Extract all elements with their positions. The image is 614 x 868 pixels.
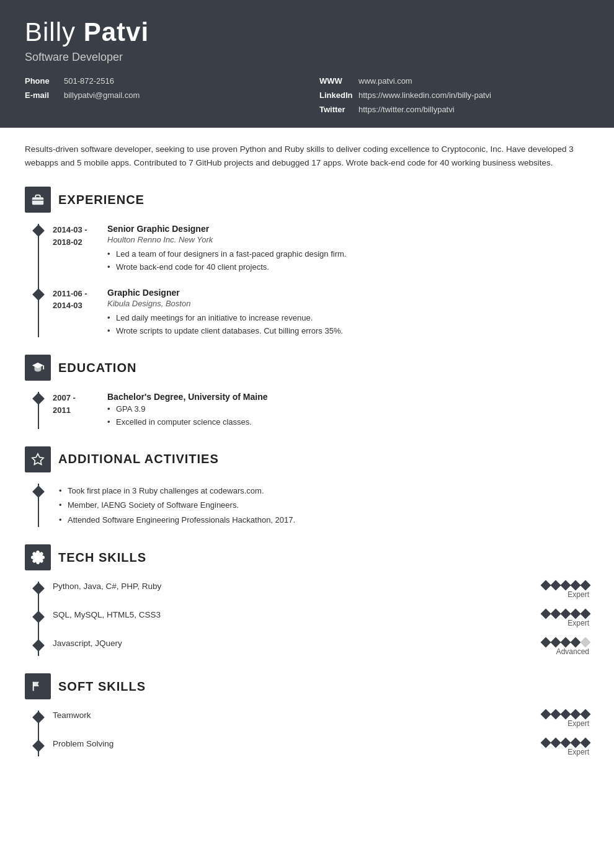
bullet-item: Wrote back-end code for 40 client projec… [107,261,589,274]
www-label: WWW [319,76,354,86]
timeline-date: 2011-06 - 2014-03 [39,288,101,338]
timeline-org: Kibula Designs, Boston [107,299,589,308]
tech-skills-header: TECH SKILLS [25,544,589,570]
activities-item: Took first place in 3 Ruby challenges at… [39,484,589,527]
timeline-role: Bachelor's Degree, University of Maine [107,392,589,402]
timeline-bullets: Led a team of four designers in a fast-p… [107,248,589,274]
filled-diamond [581,580,591,591]
activities-title: ADDITIONAL ACTIVITIES [58,452,219,466]
timeline-content: Graphic DesignerKibula Designs, BostonLe… [101,288,589,338]
diamonds-row [542,610,589,618]
job-title: Software Developer [25,51,589,64]
phone-value: 501-872-2516 [64,76,114,86]
first-name: Billy [25,17,84,46]
email-contact: E-mail billypatvi@gmail.com [25,91,295,100]
tech-skills-section: TECH SKILLS Python, Java, C#, PHP, RubyE… [25,544,589,656]
soft-skills-header: SOFT SKILLS [25,673,589,699]
bullet-item: Led a team of four designers in a fast-p… [107,248,589,261]
skill-item: SQL, MySQL, HTML5, CSS3Expert [39,610,589,627]
email-label: E-mail [25,91,59,100]
filled-diamond [541,738,551,748]
skill-item: Javascript, JQueryAdvanced [39,639,589,656]
tech-skills-icon [25,544,51,570]
skill-name: SQL, MySQL, HTML5, CSS3 [53,610,161,619]
education-header: EDUCATION [25,355,589,381]
filled-diamond [541,637,551,648]
filled-diamond [561,580,571,591]
skill-item: Python, Java, C#, PHP, RubyExpert [39,582,589,599]
skill-item: Problem SolvingExpert [39,739,589,756]
linkedin-label: LinkedIn [319,91,354,100]
twitter-value: https://twitter.com/billypatvi [358,105,455,114]
timeline-entry: 2007 - 2011Bachelor's Degree, University… [39,392,589,429]
skill-name: Problem Solving [53,739,113,748]
diamonds-row [542,582,589,589]
experience-timeline: 2014-03 - 2018-02Senior Graphic Designer… [38,224,589,337]
diamonds-row [542,739,589,746]
tech-skills-timeline: Python, Java, C#, PHP, RubyExpertSQL, My… [38,582,589,656]
bullet-item: Excelled in computer science classes. [107,416,589,429]
full-name: Billy Patvi [25,17,589,47]
skill-level: Advanced [555,647,589,656]
skill-rating-block: Expert [542,739,589,756]
activity-bullet: Took first place in 3 Ruby challenges at… [59,484,589,498]
filled-diamond [541,580,551,591]
bullet-item: GPA 3.9 [107,403,589,416]
twitter-label: Twitter [319,105,354,114]
skill-level: Expert [555,619,589,627]
contact-grid: Phone 501-872-2516 WWW www.patvi.com E-m… [25,76,589,114]
bullet-item: Led daily meetings for an initiative to … [107,312,589,325]
timeline-entry: 2014-03 - 2018-02Senior Graphic Designer… [39,224,589,274]
timeline-org: Houlton Renno Inc. New York [107,235,589,244]
filled-diamond [551,637,561,648]
timeline-content: Senior Graphic DesignerHoulton Renno Inc… [101,224,589,274]
timeline-entry: 2011-06 - 2014-03Graphic DesignerKibula … [39,288,589,338]
summary-text: Results-driven software developer, seeki… [25,143,589,169]
linkedin-contact: LinkedIn https://www.linkedin.com/in/bil… [319,91,589,100]
education-title: EDUCATION [58,361,136,375]
filled-diamond [551,609,561,619]
experience-header: EXPERIENCE [25,187,589,213]
activity-bullet: Member, IAENG Society of Software Engine… [59,498,589,512]
skill-name: Teamwork [53,711,91,720]
email-value: billypatvi@gmail.com [64,91,140,100]
filled-diamond [561,709,571,720]
skill-rating-block: Expert [542,582,589,599]
empty-diamond [581,637,591,648]
filled-diamond [581,738,591,748]
header: Billy Patvi Software Developer Phone 501… [0,0,614,128]
activities-bullets: Took first place in 3 Ruby challenges at… [39,484,589,527]
skill-level: Expert [555,590,589,599]
timeline-date: 2014-03 - 2018-02 [39,224,101,274]
filled-diamond [541,609,551,619]
skill-level: Expert [555,748,589,756]
skill-name: Javascript, JQuery [53,639,122,648]
skill-rating-block: Advanced [542,639,589,656]
skill-name: Python, Java, C#, PHP, Ruby [53,582,161,591]
svg-rect-0 [32,198,43,205]
linkedin-value: https://www.linkedin.com/in/billy-patvi [358,91,491,100]
twitter-contact: Twitter https://twitter.com/billypatvi [319,105,589,114]
filled-diamond [551,738,561,748]
filled-diamond [581,609,591,619]
timeline-date: 2007 - 2011 [39,392,101,429]
soft-skills-section: SOFT SKILLS TeamworkExpertProblem Solvin… [25,673,589,756]
timeline-role: Senior Graphic Designer [107,224,589,234]
skill-rating-block: Expert [542,711,589,728]
timeline-content: Bachelor's Degree, University of MaineGP… [101,392,589,429]
soft-skills-title: SOFT SKILLS [58,680,146,694]
soft-skills-timeline: TeamworkExpertProblem SolvingExpert [38,711,589,756]
activity-bullet: Attended Software Engineering Profession… [59,513,589,527]
filled-diamond [571,609,581,619]
diamonds-row [542,711,589,718]
activities-timeline: Took first place in 3 Ruby challenges at… [38,484,589,527]
filled-diamond [571,637,581,648]
experience-icon [25,187,51,213]
filled-diamond [561,609,571,619]
activities-header: ADDITIONAL ACTIVITIES [25,446,589,472]
filled-diamond [551,580,561,591]
filled-diamond [571,580,581,591]
experience-section: EXPERIENCE 2014-03 - 2018-02Senior Graph… [25,187,589,337]
filled-diamond [581,709,591,720]
experience-title: EXPERIENCE [58,193,145,207]
